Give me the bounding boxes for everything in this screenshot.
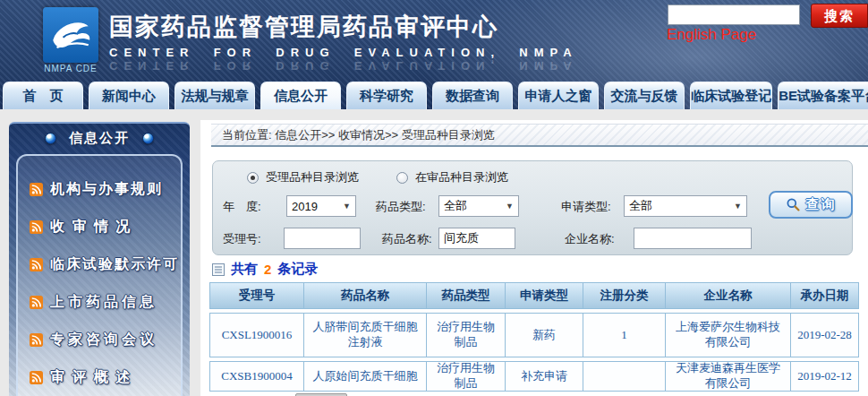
acceptance-no-input[interactable] — [284, 228, 361, 249]
cell-drug-type: 治疗用生物制品 — [426, 361, 506, 392]
tab-data-query[interactable]: 数据查询 — [432, 82, 513, 109]
tab-clinical-trial-registry[interactable]: 临床试验登记 — [690, 82, 772, 109]
table-row: CXSL1900016 人脐带间充质干细胞注射液 治疗用生物制品 新药 1 上海… — [209, 313, 864, 357]
view-mode-radios: 受理品种目录浏览 在审品种目录浏览 — [247, 169, 508, 185]
tab-applicant-window[interactable]: 申请人之窗 — [518, 82, 599, 109]
sidebar: 信息公开 机构与办事规则 收 审 情 况 临床试验默示许可 上市药品信息 — [9, 122, 190, 396]
site-title-block: 国家药品监督管理局药品审评中心 CENTER FOR DRUG EVALUATI… — [109, 11, 578, 73]
swan-icon — [43, 7, 98, 63]
cell-drug-type: 治疗用生物制品 — [426, 313, 506, 357]
dropdown-arrow-icon: ▼ — [343, 202, 351, 211]
site-title: 国家药品监督管理局药品审评中心 — [109, 11, 578, 43]
col-header-apply-type: 申请类型 — [505, 282, 583, 309]
sidebar-item-review-overview[interactable]: 审 评 概 述 — [18, 358, 181, 396]
rss-icon — [30, 371, 43, 384]
sidebar-title: 信息公开 — [69, 130, 130, 147]
year-select[interactable]: 2019 ▼ — [286, 195, 356, 217]
cell-registration-class — [583, 361, 666, 392]
site-header: NMPA CDE 国家药品监督管理局药品审评中心 CENTER FOR DRUG… — [0, 0, 868, 109]
rss-icon — [30, 333, 43, 347]
company-name-label: 企业名称: — [565, 231, 615, 247]
sidebar-menu: 机构与办事规则 收 审 情 况 临床试验默示许可 上市药品信息 专家咨询会议 审… — [16, 154, 183, 396]
result-count-prefix: 共有 — [231, 261, 258, 278]
sidebar-item-label: 专家咨询会议 — [50, 331, 157, 349]
result-count-row: 共有 2 条记录 — [212, 261, 318, 278]
sidebar-item-expert-advisory-meeting[interactable]: 专家咨询会议 — [18, 321, 181, 358]
main-content: 当前位置: 信息公开>> 收审情况>> 受理品种目录浏览 受理品种目录浏览 在审… — [200, 120, 868, 396]
drug-type-select[interactable]: 全部 ▼ — [438, 195, 519, 217]
year-label: 年 度: — [223, 199, 261, 215]
apply-type-select[interactable]: 全部 ▼ — [624, 195, 747, 217]
rss-icon — [30, 296, 43, 309]
sidebar-header: 信息公开 — [9, 124, 190, 152]
header-search-button[interactable]: 搜索 — [811, 4, 868, 28]
tab-science[interactable]: 科学研究 — [346, 82, 427, 109]
query-button[interactable]: 查询 — [769, 191, 853, 219]
sidebar-item-label: 收 审 情 况 — [50, 218, 132, 237]
filter-panel: 受理品种目录浏览 在审品种目录浏览 年 度: 2019 ▼ 药品类型: 全部 ▼… — [212, 160, 853, 255]
breadcrumb: 当前位置: 信息公开>> 收审情况>> 受理品种目录浏览 — [211, 124, 868, 147]
tab-info-disclosure[interactable]: 信息公开 — [260, 82, 341, 109]
tab-be-trial-platform[interactable]: BE试验备案平台 — [778, 82, 868, 109]
sidebar-item-label: 临床试验默示许可 — [50, 255, 179, 274]
result-count-number: 2 — [264, 262, 271, 277]
dropdown-arrow-icon: ▼ — [506, 202, 514, 211]
table-row: CXSB1900004 人原始间充质干细胞 治疗用生物制品 补充申请 天津麦迪森… — [209, 361, 864, 392]
search-icon — [786, 197, 801, 212]
cell-apply-type: 补充申请 — [505, 361, 583, 392]
drug-name-input[interactable] — [438, 228, 515, 249]
sidebar-item-label: 上市药品信息 — [50, 293, 157, 312]
nmpa-cde-logo-icon — [43, 7, 98, 63]
apply-type-select-value: 全部 — [629, 198, 652, 214]
list-icon — [212, 263, 225, 276]
main-nav: 首 页 新闻中心 法规与规章 信息公开 科学研究 数据查询 申请人之窗 交流与反… — [0, 82, 868, 109]
col-header-registration-class: 注册分类 — [583, 282, 666, 309]
tab-home[interactable]: 首 页 — [3, 82, 83, 109]
results-table: 受理号 药品名称 药品类型 申请类型 注册分类 企业名称 承办日期 CXSL19… — [209, 282, 864, 392]
header-search-input[interactable] — [668, 4, 800, 25]
apply-type-label: 申请类型: — [561, 199, 611, 215]
query-button-label: 查询 — [806, 196, 837, 213]
result-count-suffix: 条记录 — [277, 261, 318, 278]
drug-type-select-value: 全部 — [444, 198, 467, 214]
cell-date: 2019-02-12 — [790, 361, 859, 392]
col-header-drug-type: 药品类型 — [426, 282, 506, 309]
year-select-value: 2019 — [292, 200, 318, 213]
sidebar-item-clinical-trial-implied-license[interactable]: 临床试验默示许可 — [18, 245, 181, 283]
radio-accepted-catalog-label: 受理品种目录浏览 — [266, 169, 359, 185]
tab-feedback[interactable]: 交流与反馈 — [604, 82, 685, 109]
page: NMPA CDE 国家药品监督管理局药品审评中心 CENTER FOR DRUG… — [0, 0, 868, 396]
col-header-acceptance-no: 受理号 — [209, 282, 304, 309]
sidebar-item-marketed-drug-info[interactable]: 上市药品信息 — [18, 283, 181, 321]
site-subtitle: CENTER FOR DRUG EVALUATION, NMPA — [109, 46, 578, 59]
rss-icon — [30, 220, 43, 234]
radio-in-review-catalog[interactable] — [396, 172, 408, 184]
drug-type-label: 药品类型: — [376, 199, 426, 215]
cell-company: 上海爱萨尔生物科技有限公司 — [665, 313, 791, 357]
radio-accepted-catalog[interactable] — [247, 172, 259, 184]
cell-company: 天津麦迪森再生医学有限公司 — [665, 361, 791, 392]
drug-name-label: 药品名称: — [382, 231, 432, 247]
col-header-drug-name: 药品名称 — [303, 282, 427, 309]
rss-icon — [30, 258, 43, 271]
cell-date: 2019-02-28 — [790, 313, 859, 357]
acceptance-no-label: 受理号: — [223, 231, 261, 247]
cell-drug-name: 人原始间充质干细胞 — [303, 361, 427, 392]
cell-apply-type: 新药 — [505, 313, 583, 357]
tab-news[interactable]: 新闻中心 — [89, 82, 169, 109]
sidebar-item-label: 审 评 概 述 — [50, 368, 132, 387]
site-subtitle-reflection: CENTER FOR DRUG EVALUATION, NMPA — [109, 59, 578, 73]
table-header-row: 受理号 药品名称 药品类型 申请类型 注册分类 企业名称 承办日期 — [209, 282, 864, 309]
cell-registration-class: 1 — [583, 313, 666, 357]
company-name-input[interactable] — [634, 228, 752, 249]
logo-caption: NMPA CDE — [36, 64, 106, 73]
rss-icon — [30, 183, 43, 196]
sidebar-item-acceptance-review[interactable]: 收 审 情 况 — [18, 208, 181, 245]
sidebar-item-org-rules[interactable]: 机构与办事规则 — [18, 170, 181, 208]
english-page-link[interactable]: English Page — [667, 26, 756, 44]
col-header-date: 承办日期 — [790, 282, 859, 309]
sidebar-item-label: 机构与办事规则 — [50, 180, 163, 199]
tab-regulations[interactable]: 法规与规章 — [174, 82, 255, 109]
cell-acceptance-no: CXSB1900004 — [209, 361, 304, 392]
col-header-company: 企业名称 — [665, 282, 791, 309]
